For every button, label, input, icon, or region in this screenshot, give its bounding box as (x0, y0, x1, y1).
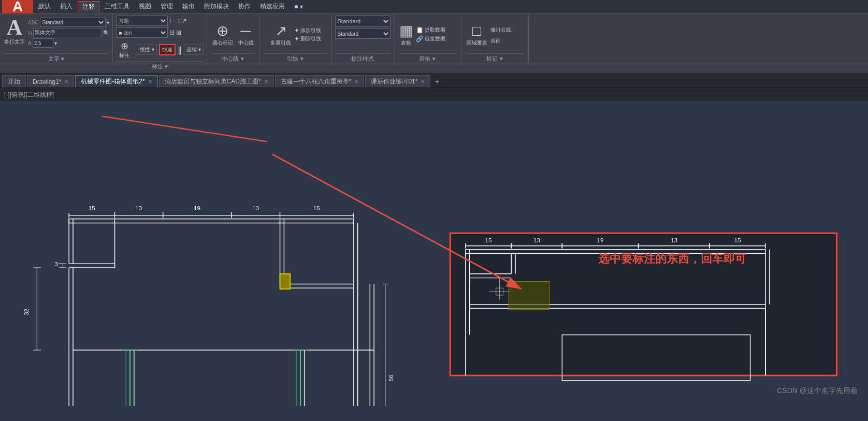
text-size-input[interactable] (33, 38, 53, 48)
watermark: CSDN @这个名字先用着 (777, 386, 858, 396)
svg-text:19: 19 (194, 205, 200, 211)
tab-close-mechanical[interactable]: ✕ (148, 79, 152, 84)
menu-output[interactable]: 输出 (178, 1, 199, 12)
menu-featured[interactable]: 精选应用 (256, 1, 289, 12)
add-leader-button[interactable]: ✦ 添加引线 (294, 27, 321, 34)
svg-text:13: 13 (533, 237, 541, 243)
linetype-dropdown[interactable]: ■ cen (116, 27, 168, 38)
table-button[interactable]: ▦ 表格 (398, 21, 414, 48)
std-dropdown-group: Standard Standard 标注样式 (332, 13, 394, 65)
svg-text:19: 19 (597, 237, 603, 243)
tab-mechanical[interactable]: 机械零件图-箱体图纸2* ✕ (75, 75, 157, 88)
biaozhushi-button[interactable]: ⊕ 标注 (116, 39, 133, 60)
menu-default[interactable]: 默认 (34, 1, 55, 12)
standard-dropdown-2[interactable]: Standard (335, 28, 390, 39)
leader-group: ↗ 多重引线 ✦ 添加引线 ✦ 删除引线 引线 ▾ (259, 13, 332, 65)
dim-icon-1: ⊢ (169, 17, 176, 25)
text-search-icon[interactable]: 🔍 (103, 30, 109, 36)
continuous-button[interactable]: 连续 ▾ (184, 45, 204, 55)
center-line-button[interactable]: ─ 中心线 (237, 22, 255, 48)
mark-group: □ 区域覆盖 修订云线 当前 标记 ▾ (461, 13, 529, 65)
revision-cloud-button[interactable]: 修订云线 (490, 24, 511, 34)
svg-line-114 (102, 116, 267, 141)
table-group-title: 表格 ▾ (398, 53, 457, 63)
table-group: ▦ 表格 📋 提取数据 🔗 链接数据 表格 ▾ (394, 13, 461, 65)
text-style-dropdown[interactable]: Standard (40, 18, 106, 27)
svg-text:32: 32 (23, 309, 30, 315)
menu-view[interactable]: 视图 (135, 1, 155, 12)
svg-rect-27 (280, 274, 291, 289)
annotation-group-title: 标注 ▾ (116, 61, 203, 70)
menu-insert[interactable]: 插入 (56, 1, 77, 12)
text-group: A 多行文字 ABC Standard ▾ Ia 🔍 (0, 13, 113, 65)
svg-text:15: 15 (313, 205, 321, 211)
region-cover-button[interactable]: □ 区域覆盖 (466, 22, 488, 48)
svg-text:56: 56 (387, 374, 394, 382)
std-group-title: 标注样式 (335, 53, 390, 63)
leader-group-title: 引线 ▾ (264, 53, 327, 63)
mark-group-title: 标记 ▾ (466, 53, 524, 63)
tab-drawing1[interactable]: Drawing1* ✕ (27, 75, 74, 88)
menu-bar: A 默认 插入 注释 三维工具 视图 管理 输出 附加模块 协作 精选应用 ■ … (0, 0, 868, 13)
linear-button[interactable]: | 线性 ▾ (135, 45, 156, 55)
menu-extra[interactable]: ■ ▾ (290, 2, 307, 11)
text-group-title: 文字 ▾ (3, 53, 109, 63)
dim-icon-3: ↗ (182, 17, 187, 24)
dim-style-dropdown[interactable]: 习题 (116, 16, 168, 26)
extract-data-button[interactable]: 📋 提取数据 (416, 26, 445, 34)
menu-collab[interactable]: 协作 (234, 1, 255, 12)
viewport-label: [-][俯视][二维线框] (4, 91, 54, 98)
svg-text:3: 3 (54, 260, 58, 267)
svg-text:15: 15 (485, 237, 492, 243)
text-font-input[interactable] (33, 28, 102, 37)
dim-icon-2: ↕ (177, 17, 180, 24)
text-style-dropdown-arrow[interactable]: ▾ (107, 20, 109, 25)
svg-rect-12 (69, 219, 354, 223)
centerline-group-title: 中心线 ▾ (211, 53, 255, 63)
remove-leader-button[interactable]: ✦ 删除引线 (294, 35, 321, 42)
circle-mark-button[interactable]: ⊕ 圆心标记 (211, 21, 234, 48)
tab-hotel[interactable]: 酒店套房与独立标间类CAD施工图* ✕ (159, 75, 274, 88)
tab-close-drawing1[interactable]: ✕ (64, 79, 68, 84)
current-button[interactable]: 当前 (490, 35, 511, 45)
centerline-group: ⊕ 圆心标记 ─ 中心线 中心线 ▾ (207, 13, 259, 65)
linetype-icon-2: ⊠ (176, 29, 181, 36)
menu-manage[interactable]: 管理 (156, 1, 177, 12)
svg-text:15: 15 (89, 205, 96, 211)
kuaisu-button[interactable]: 快速 (159, 44, 176, 55)
tab-start[interactable]: 开始 (2, 75, 26, 88)
menu-annotation[interactable]: 注释 (78, 1, 99, 12)
tab-close-homework[interactable]: ✕ (421, 79, 425, 84)
annotation-group: 习题 ⊢ ↕ ↗ ■ cen ⊟ ⊠ ⊕ 标注 (113, 13, 207, 65)
tab-ancient[interactable]: 古建---十六柱八角重檐亭* ✕ (275, 75, 365, 88)
tab-homework[interactable]: 课后作业练习01* ✕ (365, 75, 430, 88)
ribbon: A 默认 插入 注释 三维工具 视图 管理 输出 附加模块 协作 精选应用 ■ … (0, 0, 868, 72)
tab-close-hotel[interactable]: ✕ (264, 79, 268, 84)
menu-addons[interactable]: 附加模块 (200, 1, 233, 12)
multileader-button[interactable]: ↗ 多重引线 (269, 21, 292, 48)
multiline-text-button[interactable]: A 多行文字 (3, 16, 26, 47)
canvas-area[interactable]: 15 13 19 13 15 3 (0, 101, 868, 406)
tabs-bar: 开始 Drawing1* ✕ 机械零件图-箱体图纸2* ✕ 酒店套房与独立标间类… (0, 72, 868, 88)
svg-text:13: 13 (252, 205, 259, 211)
menu-3d[interactable]: 三维工具 (100, 1, 134, 12)
svg-text:13: 13 (671, 237, 678, 243)
svg-text:13: 13 (135, 205, 142, 211)
drawing-svg: 15 13 19 13 15 3 (0, 101, 868, 406)
standard-dropdown-1[interactable]: Standard (335, 16, 390, 27)
svg-text:15: 15 (734, 237, 742, 243)
parallel-icon: ‖ (178, 45, 182, 55)
text-size-dropdown-arrow[interactable]: ▾ (54, 40, 57, 46)
link-data-button[interactable]: 🔗 链接数据 (416, 35, 445, 42)
tab-close-ancient[interactable]: ✕ (354, 79, 358, 84)
linetype-icon-1: ⊟ (169, 29, 175, 36)
app-logo[interactable]: A (2, 0, 33, 15)
viewport-label-bar: [-][俯视][二维线框] (0, 88, 868, 101)
tab-add-button[interactable]: + (431, 76, 442, 88)
